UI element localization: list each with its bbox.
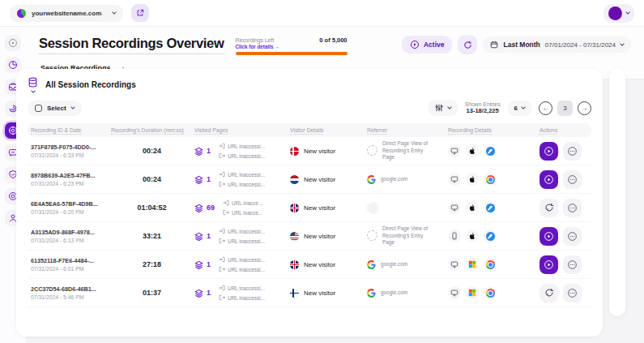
browser-badge	[484, 286, 497, 299]
entry-page[interactable]: URL inaccessi...	[219, 228, 265, 234]
entry-page[interactable]: URL inaccessi...	[219, 143, 265, 149]
page-size-select[interactable]: 6	[508, 101, 531, 116]
play-recording-button[interactable]	[540, 199, 558, 217]
table-row: A3135AD9-868F-4978...07/31/2024 - 6:13 P…	[28, 222, 591, 251]
device-badge	[448, 144, 461, 157]
os-badge	[466, 258, 479, 271]
recordings-left-progress-bar	[236, 52, 348, 55]
select-all-control[interactable]: Select	[28, 101, 82, 116]
visitor-type: New visitor	[304, 204, 335, 212]
safari-icon	[486, 232, 495, 241]
direct-referrer-icon	[367, 145, 377, 156]
pages-count: 1	[207, 175, 211, 183]
play-recording-button[interactable]	[540, 284, 558, 302]
ellipsis-icon	[567, 288, 578, 298]
exit-page[interactable]: URL inaccessi...	[219, 294, 265, 301]
more-actions-button[interactable]	[563, 284, 582, 302]
prev-page-button[interactable]: ←	[539, 101, 552, 115]
card-title: All Session Recordings	[45, 80, 136, 89]
recordings-source-selector[interactable]	[28, 77, 38, 92]
date-range-picker[interactable]: Last Month 07/01/2024 - 07/31/2024	[483, 36, 631, 53]
exit-page-icon	[219, 266, 225, 272]
entry-page-icon	[219, 228, 225, 234]
active-filter-button[interactable]: Active	[402, 36, 453, 54]
exit-page-icon	[219, 181, 225, 187]
next-page-button[interactable]: →	[578, 101, 591, 115]
browser-badge	[484, 144, 497, 157]
apple-icon	[468, 204, 476, 212]
recording-details-cell	[446, 286, 538, 299]
recording-id: 2CC37D54-68D6-46B1...	[31, 285, 109, 293]
play-recording-button[interactable]	[540, 255, 558, 274]
entry-page[interactable]: URL inaccessi...	[219, 171, 265, 178]
open-website-button[interactable]	[131, 4, 149, 22]
chevron-down-icon	[447, 105, 452, 109]
more-actions-button[interactable]	[563, 199, 582, 217]
google-icon	[367, 289, 376, 298]
website-selector[interactable]: yourwebsitename.com	[10, 5, 123, 22]
exit-page[interactable]: URL inacce...	[223, 209, 262, 216]
col-visitor-details: Visitor Details	[290, 127, 323, 135]
play-recording-button[interactable]	[540, 170, 558, 189]
entry-page-icon	[223, 199, 229, 206]
table-row: 8978B639-A2E5-47FB...07/31/2024 - 6:23 P…	[28, 165, 591, 194]
exit-page[interactable]: URL inaccessi...	[219, 266, 265, 272]
desktop-icon	[450, 175, 458, 183]
sidebar-item-analytics[interactable]	[5, 57, 21, 73]
more-actions-button[interactable]	[563, 255, 582, 274]
more-actions-button[interactable]	[563, 170, 582, 189]
play-icon	[544, 174, 554, 185]
exit-page[interactable]: URL inaccessi...	[219, 181, 265, 187]
active-label: Active	[424, 41, 445, 49]
entry-page-icon	[219, 285, 225, 291]
entry-page[interactable]: URL inaccessi...	[219, 285, 265, 291]
pages-count: 1	[207, 289, 211, 297]
calendar-icon	[490, 41, 498, 49]
entry-page[interactable]: URL inacce...	[223, 199, 262, 206]
more-actions-button[interactable]	[563, 142, 582, 161]
select-checkbox[interactable]	[35, 105, 42, 112]
exit-page[interactable]: URL inaccessi...	[219, 238, 265, 244]
table-row: 6E4A5EA6-57BF-4D9B...07/31/2024 - 6:20 P…	[28, 194, 591, 222]
columns-filter-button[interactable]	[429, 100, 458, 116]
current-page[interactable]: 3	[557, 101, 573, 116]
top-bar: yourwebsitename.com	[0, 0, 644, 27]
website-favicon	[17, 9, 26, 18]
chrome-icon	[486, 289, 495, 298]
apple-icon	[468, 175, 476, 183]
shown-entries: Shown Entries 13-18/2,225	[465, 101, 501, 114]
duration: 00:24	[109, 147, 193, 155]
chevron-down-icon	[112, 10, 117, 15]
entry-page[interactable]: URL inaccessi...	[219, 256, 265, 263]
pages-count: 1	[207, 147, 211, 155]
exit-page-icon	[219, 152, 225, 159]
os-badge	[466, 229, 479, 242]
refresh-button[interactable]	[458, 35, 477, 54]
page-title: Session Recordings Overview	[39, 36, 224, 54]
device-badge	[448, 173, 461, 186]
exit-page[interactable]: URL inaccessi...	[219, 152, 265, 159]
referrer-text: Direct Page View of Recording's Entry Pa…	[382, 140, 429, 161]
website-name: yourwebsitename.com	[32, 10, 107, 17]
more-actions-button[interactable]	[563, 227, 582, 246]
recording-details-cell	[446, 201, 538, 214]
play-recording-button[interactable]	[540, 142, 558, 161]
recordings-left-details-link[interactable]: Click for details →	[236, 44, 348, 49]
col-actions: Actions	[540, 127, 557, 135]
duration: 01:37	[109, 289, 193, 297]
apple-icon	[468, 232, 476, 240]
sidebar-item-status[interactable]	[5, 35, 21, 51]
referrer-cell: google.com	[365, 260, 446, 269]
user-menu[interactable]	[603, 4, 634, 23]
play-recording-button[interactable]	[540, 227, 558, 246]
device-badge	[448, 201, 461, 214]
country-flag-icon	[290, 175, 299, 184]
col-recording-details: Recording Details	[448, 127, 492, 135]
chevron-down-icon	[31, 88, 36, 93]
layers-icon	[194, 147, 203, 156]
refresh-icon	[463, 41, 472, 49]
select-label: Select	[47, 105, 66, 112]
entry-page-icon	[219, 143, 225, 149]
pagination: ← 3 →	[539, 101, 591, 116]
layers-icon	[194, 260, 203, 269]
